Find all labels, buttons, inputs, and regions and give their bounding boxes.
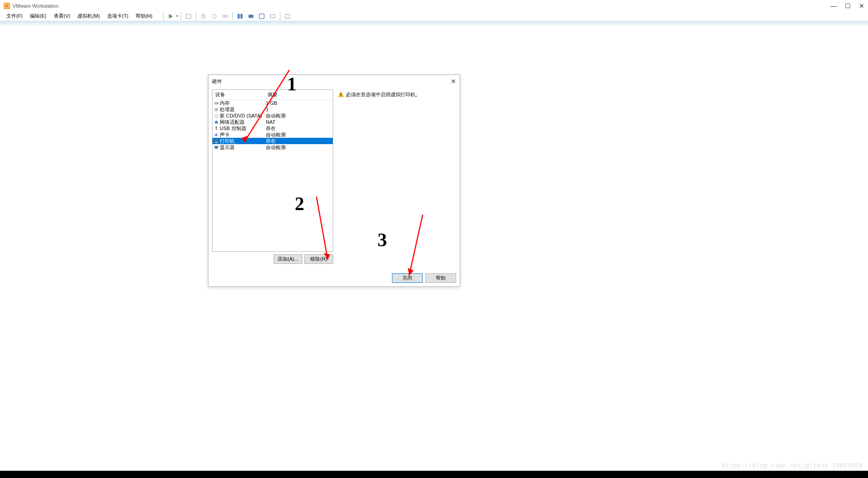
close-icon[interactable]: ✕ [859, 2, 864, 9]
warning-message: 必须在首选项中启用虚拟打印机。 [338, 91, 455, 98]
svg-rect-23 [215, 141, 217, 143]
warning-icon [338, 91, 344, 98]
dialog-close-icon[interactable]: ✕ [451, 78, 456, 85]
svg-rect-8 [259, 14, 264, 19]
view-button[interactable] [236, 12, 245, 21]
maximize-icon[interactable]: ☐ [845, 2, 851, 9]
svg-rect-12 [215, 103, 215, 104]
hardware-row-cd[interactable]: 新 CD/DVD (SATA)自动检测 [212, 112, 333, 119]
watermark: https://blog.csdn.net/github_39655029 [722, 462, 863, 469]
network-icon [213, 119, 219, 125]
app-title: VMware Workstation [13, 3, 58, 9]
detail-panel: 必须在首选项中启用虚拟打印机。 [337, 89, 456, 264]
device-name: USB 控制器 [220, 125, 246, 132]
menu-tabs[interactable]: 选项卡(T) [104, 12, 131, 20]
play-button[interactable] [166, 12, 175, 21]
hardware-row-printer[interactable]: 打印机存在 [212, 138, 333, 144]
menu-edit[interactable]: 编辑(E) [27, 12, 49, 20]
menu-view[interactable]: 查看(V) [51, 12, 73, 20]
svg-rect-14 [217, 103, 217, 104]
svg-rect-21 [215, 140, 217, 141]
toolbar-separator [280, 12, 280, 20]
svg-rect-6 [241, 14, 242, 19]
svg-point-2 [212, 14, 217, 18]
snapshot-revert-button[interactable] [210, 12, 219, 21]
hardware-row-network[interactable]: 网络适配器NAT [212, 119, 333, 125]
hardware-row-sound[interactable]: 声卡自动检测 [212, 131, 333, 138]
svg-point-4 [225, 15, 227, 17]
svg-rect-9 [270, 14, 275, 18]
menu-file[interactable]: 文件(F) [4, 12, 25, 20]
unity-button[interactable] [246, 12, 255, 21]
hardware-panel: 设备 摘要 内存1 GB处理器1新 CD/DVD (SATA)自动检测网络适配器… [212, 89, 333, 264]
device-name: 新 CD/DVD (SATA) [220, 112, 262, 119]
hardware-list-header: 设备 摘要 [212, 90, 333, 100]
titlebar: VMware Workstation — ☐ ✕ [0, 0, 868, 11]
toolbar-separator [196, 12, 196, 20]
library-button[interactable] [283, 12, 292, 21]
close-button[interactable]: 关闭 [392, 273, 423, 283]
toolbar-separator [181, 12, 181, 20]
cd-icon [213, 113, 219, 118]
device-summary: 存在 [265, 138, 333, 145]
svg-rect-25 [216, 148, 217, 149]
device-name: 打印机 [220, 138, 235, 145]
hardware-buttons: 添加(A)... 移除(R) [212, 254, 333, 264]
device-summary: 1 [265, 107, 333, 112]
remove-button[interactable]: 移除(R) [304, 254, 333, 264]
device-name: 网络适配器 [220, 119, 245, 126]
menu-help[interactable]: 帮助(H) [133, 12, 155, 20]
printer-icon [213, 138, 219, 144]
device-name: 内存 [220, 100, 230, 107]
hardware-row-display[interactable]: 显示器自动检测 [212, 144, 333, 150]
memory-icon [213, 100, 219, 106]
menu-vm[interactable]: 虚拟机(M) [75, 12, 103, 20]
console-button[interactable] [268, 12, 277, 21]
svg-rect-7 [249, 14, 254, 18]
add-button[interactable]: 添加(A)... [274, 254, 302, 264]
toolbar-separator [232, 12, 233, 20]
dialog-footer: 关闭 帮助 [392, 273, 456, 283]
hardware-row-memory[interactable]: 内存1 GB [212, 100, 333, 106]
play-dropdown-icon[interactable]: ▾ [176, 14, 178, 18]
device-summary: NAT [265, 119, 333, 125]
svg-rect-27 [340, 96, 341, 96]
column-summary: 摘要 [265, 90, 333, 99]
display-icon [213, 145, 219, 150]
dialog-title: 硬件 [212, 78, 222, 85]
svg-rect-13 [216, 103, 216, 104]
device-name: 显示器 [220, 144, 235, 151]
svg-rect-20 [216, 121, 217, 122]
device-name: 处理器 [220, 106, 235, 113]
device-summary: 自动检测 [265, 144, 333, 151]
device-summary: 自动检测 [265, 131, 333, 138]
help-button[interactable]: 帮助 [425, 273, 456, 283]
minimize-icon[interactable]: — [830, 2, 837, 9]
fullscreen-button[interactable] [257, 12, 266, 21]
device-summary: 1 GB [265, 100, 333, 106]
snapshot-button[interactable] [199, 12, 208, 21]
cpu-icon [213, 107, 219, 112]
sound-icon [213, 132, 219, 137]
device-name: 声卡 [220, 131, 230, 138]
toolbar-btn[interactable] [184, 12, 193, 21]
warning-text: 必须在首选项中启用虚拟打印机。 [346, 91, 420, 98]
svg-rect-16 [216, 109, 217, 110]
window-controls: — ☐ ✕ [830, 0, 864, 11]
hardware-row-usb[interactable]: USB 控制器存在 [212, 125, 333, 131]
column-device: 设备 [212, 90, 265, 99]
svg-point-3 [223, 15, 225, 17]
tab-strip [0, 21, 868, 27]
taskbar [0, 471, 868, 478]
hardware-row-cpu[interactable]: 处理器1 [212, 106, 333, 112]
snapshot-manager-button[interactable] [221, 12, 230, 21]
app-logo-icon [4, 3, 10, 9]
svg-rect-0 [186, 14, 191, 18]
menubar: 文件(F) 编辑(E) 查看(V) 虚拟机(M) 选项卡(T) 帮助(H) ▾ [0, 11, 868, 21]
svg-rect-24 [214, 146, 218, 149]
svg-point-18 [216, 115, 217, 116]
hardware-dialog: 硬件 ✕ 设备 摘要 内存1 GB处理器1新 CD/DVD (SATA)自动检测… [208, 75, 460, 287]
svg-rect-10 [286, 14, 290, 18]
hardware-list: 设备 摘要 内存1 GB处理器1新 CD/DVD (SATA)自动检测网络适配器… [212, 89, 333, 252]
svg-rect-19 [215, 122, 218, 123]
